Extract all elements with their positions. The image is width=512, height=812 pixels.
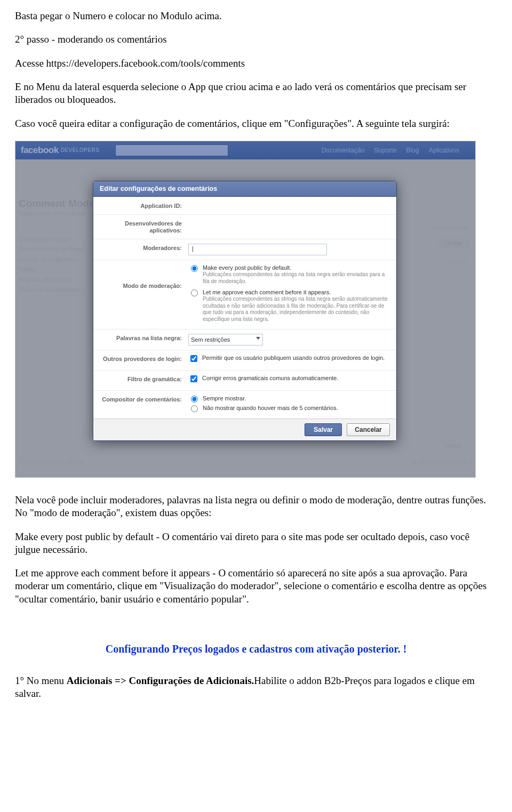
section-heading: Configurando Preços logados e cadastros …	[15, 643, 497, 655]
fb-nav-apps[interactable]: Aplicativos	[429, 147, 459, 154]
label-appid: Application ID:	[93, 202, 188, 210]
grammar-checkbox[interactable]	[190, 375, 197, 382]
fb-topbar: facebook DEVELOPERS Documentação Suporte…	[15, 141, 475, 159]
para-7: Make every post public by default - O co…	[15, 530, 497, 557]
fb-nav-blog[interactable]: Blog	[406, 147, 419, 154]
fb-nav-doc[interactable]: Documentação	[322, 147, 365, 154]
modal-overlay: Editar configurações de comentários Appl…	[15, 159, 475, 477]
mode-opt2-desc: Publicações correspondentes às strings n…	[203, 296, 388, 323]
para-1: Basta pegar o Numero e colocar no Modulo…	[15, 10, 497, 22]
fb-search-input[interactable]	[115, 144, 228, 156]
blacklist-select[interactable]: Sem restrições	[188, 334, 263, 345]
label-mods: Moderadores:	[93, 244, 188, 255]
label-grammar: Filtro de gramática:	[93, 375, 188, 386]
mode-opt2-radio[interactable]	[191, 290, 198, 296]
value-appid	[188, 202, 388, 210]
para-3: Acesse https://developers.facebook.com/t…	[15, 57, 497, 70]
para-4: E no Menu da lateral esquerda selecione …	[15, 81, 497, 107]
p9-a: 1° No menu	[15, 675, 67, 686]
para-8: Let me approve each comment before it ap…	[15, 567, 497, 606]
label-mode: Modo de moderação:	[93, 264, 188, 325]
blacklist-value: Sem restrições	[191, 336, 230, 343]
p9-b: Adicionais => Configurações de Adicionai…	[67, 675, 254, 686]
label-blacklist: Palavras na lista negra:	[93, 334, 188, 345]
composer-opt2-radio[interactable]	[191, 405, 198, 412]
cancel-button[interactable]: Cancelar	[347, 423, 390, 436]
settings-modal: Editar configurações de comentários Appl…	[93, 181, 397, 441]
value-devs	[188, 219, 388, 235]
mode-opt1-desc: Publicações correspondentes às strings n…	[203, 271, 388, 285]
save-button[interactable]: Salvar	[305, 423, 342, 436]
providers-opt-label: Permitir que os usuário publiquem usando…	[202, 355, 385, 361]
para-2: 2° passo - moderando os comentários	[15, 33, 497, 46]
para-9: 1° No menu Adicionais => Configurações d…	[15, 674, 497, 701]
para-6: Nela você pode incluir moderadores, pala…	[15, 494, 497, 520]
providers-checkbox[interactable]	[190, 355, 197, 362]
mode-opt1-radio[interactable]	[191, 265, 198, 272]
composer-opt2-label: Não mostrar quando houver mais de 5 come…	[203, 405, 338, 411]
label-providers: Outros provedores de login:	[93, 355, 188, 366]
fb-logo: facebook	[21, 145, 59, 156]
modal-title: Editar configurações de comentários	[93, 181, 396, 197]
moderators-input[interactable]: |	[188, 244, 327, 255]
mode-opt2-label: Let me approve each comment before it ap…	[203, 289, 388, 295]
fb-nav: Documentação Suporte Blog Aplicativos	[322, 147, 459, 154]
fb-nav-sup[interactable]: Suporte	[374, 147, 397, 154]
grammar-opt-label: Corrigir erros gramaticais comuns automa…	[202, 375, 339, 381]
modal-footer: Salvar Cancelar	[93, 419, 396, 440]
chevron-down-icon	[256, 337, 260, 340]
label-devs: Desenvolvedores de aplicativos:	[93, 219, 188, 235]
embedded-screenshot: facebook DEVELOPERS Documentação Suporte…	[15, 141, 476, 478]
label-composer: Compositor de comentários:	[93, 395, 188, 414]
mode-opt1-label: Make every post public by default.	[203, 264, 388, 271]
composer-opt1-radio[interactable]	[191, 396, 198, 403]
para-5: Caso você queira editar a configuração d…	[15, 117, 497, 130]
fb-dev-label: DEVELOPERS	[61, 147, 100, 153]
composer-opt1-label: Sempre mostrar.	[203, 395, 246, 401]
